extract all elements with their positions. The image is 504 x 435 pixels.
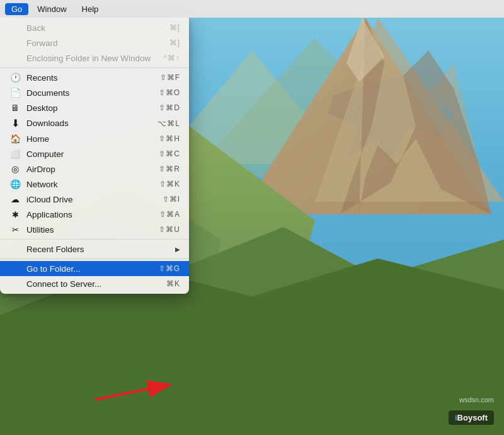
menu-item-airdrop-label: AirDrop	[26, 165, 55, 174]
menu-go[interactable]: Go	[5, 3, 28, 15]
menu-item-downloads-label: Downloads	[26, 119, 69, 128]
menu-item-connect-server-shortcut: ⌘K	[166, 279, 180, 288]
recents-icon: 🕐	[9, 72, 21, 83]
applications-icon: ✱	[9, 210, 21, 219]
desktop-icon: 🖥	[9, 103, 21, 113]
menu-item-documents[interactable]: 📄 Documents ⇧⌘O	[0, 85, 189, 100]
menu-item-icloud-label: iCloud Drive	[26, 195, 73, 204]
submenu-arrow-icon: ▶	[175, 246, 180, 253]
wsdsn-watermark: wsdsn.com	[459, 396, 494, 403]
home-icon: 🏠	[9, 134, 21, 144]
menu-item-downloads-shortcut: ⌥⌘L	[158, 119, 180, 128]
menu-item-enclosing-shortcut: ^⌘↑	[163, 54, 180, 62]
icloud-icon: ☁	[9, 194, 21, 204]
menu-item-network-label: Network	[26, 180, 58, 189]
menu-item-documents-shortcut: ⇧⌘O	[159, 88, 180, 97]
menu-item-applications-label: Applications	[26, 210, 72, 219]
menu-item-back-label: Back	[26, 23, 45, 33]
menu-item-go-to-folder-shortcut: ⇧⌘G	[159, 264, 180, 273]
menu-item-go-to-folder[interactable]: Go to Folder... ⇧⌘G	[0, 261, 189, 276]
menu-item-forward[interactable]: Forward ⌘]	[0, 35, 189, 50]
menu-item-utilities-label: Utilities	[26, 225, 54, 235]
separator-2	[0, 239, 189, 240]
menu-item-recent-folders-label: Recent Folders	[26, 245, 175, 254]
menu-item-desktop-shortcut: ⇧⌘D	[159, 103, 180, 112]
menu-item-enclosing-label: Enclosing Folder in New Window	[26, 54, 151, 63]
menu-item-recents-shortcut: ⇧⌘F	[160, 73, 180, 82]
computer-icon: ⬜	[9, 149, 21, 159]
menu-item-computer[interactable]: ⬜ Computer ⇧⌘C	[0, 146, 189, 161]
menu-item-recents-label: Recents	[26, 73, 58, 83]
menu-help[interactable]: Help	[76, 3, 105, 15]
menu-item-downloads[interactable]: ⬇ Downloads ⌥⌘L	[0, 115, 189, 131]
menu-item-forward-shortcut: ⌘]	[169, 38, 180, 47]
menu-item-back-shortcut: ⌘[	[169, 23, 180, 32]
menu-item-home[interactable]: 🏠 Home ⇧⌘H	[0, 131, 189, 146]
menu-item-desktop[interactable]: 🖥 Desktop ⇧⌘D	[0, 100, 189, 115]
menu-item-enclosing[interactable]: Enclosing Folder in New Window ^⌘↑	[0, 50, 189, 66]
menu-item-recent-folders[interactable]: Recent Folders ▶	[0, 241, 189, 257]
menu-item-connect-server-label: Connect to Server...	[26, 279, 101, 289]
menu-item-airdrop[interactable]: ◎ AirDrop ⇧⌘R	[0, 161, 189, 177]
separator-1	[0, 67, 189, 68]
arrow-annotation	[88, 374, 189, 409]
menu-item-airdrop-shortcut: ⇧⌘R	[159, 165, 180, 173]
separator-3	[0, 258, 189, 259]
go-menu-dropdown: Back ⌘[ Forward ⌘] Enclosing Folder in N…	[0, 18, 189, 294]
menu-item-utilities-shortcut: ⇧⌘U	[159, 225, 180, 234]
menu-item-computer-shortcut: ⇧⌘C	[159, 149, 180, 158]
utilities-icon: ✂	[9, 225, 21, 235]
menu-item-home-label: Home	[26, 134, 49, 144]
menu-item-home-shortcut: ⇧⌘H	[159, 134, 180, 143]
menu-item-connect-server[interactable]: Connect to Server... ⌘K	[0, 276, 189, 291]
menu-item-computer-label: Computer	[26, 149, 64, 159]
downloads-icon: ⬇	[9, 117, 21, 129]
menu-window[interactable]: Window	[31, 3, 72, 15]
menu-item-recents[interactable]: 🕐 Recents ⇧⌘F	[0, 70, 189, 85]
menu-item-network[interactable]: 🌐 Network ⇧⌘K	[0, 177, 189, 192]
menu-item-applications[interactable]: ✱ Applications ⇧⌘A	[0, 207, 189, 222]
menu-item-icloud[interactable]: ☁ iCloud Drive ⇧⌘I	[0, 192, 189, 207]
menu-item-utilities[interactable]: ✂ Utilities ⇧⌘U	[0, 222, 189, 237]
menu-item-documents-label: Documents	[26, 88, 69, 98]
airdrop-icon: ◎	[9, 164, 21, 174]
menu-item-back[interactable]: Back ⌘[	[0, 20, 189, 35]
brand-rest: Boysoft	[457, 413, 488, 422]
menu-item-forward-label: Forward	[26, 38, 58, 48]
menu-item-applications-shortcut: ⇧⌘A	[159, 210, 180, 219]
menu-bar: Go Window Help	[0, 0, 504, 18]
iboysoft-brand: iBoysoft	[449, 410, 494, 425]
menu-item-desktop-label: Desktop	[26, 103, 58, 113]
menu-item-network-shortcut: ⇧⌘K	[159, 180, 180, 188]
svg-line-13	[94, 385, 170, 400]
menu-item-go-to-folder-label: Go to Folder...	[26, 264, 81, 274]
documents-icon: 📄	[9, 88, 21, 98]
network-icon: 🌐	[9, 179, 21, 189]
iboysoft-watermark: iBoysoft	[449, 410, 494, 425]
menu-item-icloud-shortcut: ⇧⌘I	[163, 195, 180, 204]
